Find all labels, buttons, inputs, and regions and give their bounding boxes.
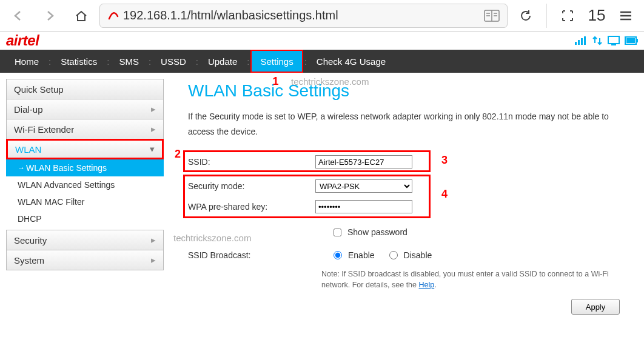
- reader-mode-icon[interactable]: [484, 10, 500, 22]
- row-ssid: SSID:: [188, 153, 455, 171]
- url-bar[interactable]: 192.168.1.1/html/wlanbasicsettings.html: [99, 4, 508, 28]
- svg-rect-10: [578, 40, 580, 45]
- radio-enable[interactable]: [334, 251, 342, 259]
- sidebar-sub-wlan-advanced[interactable]: WLAN Advanced Settings: [6, 176, 164, 193]
- label-disable: Disable: [404, 250, 432, 260]
- annotation-4: 4: [441, 188, 448, 201]
- annotation-1: 1: [272, 75, 278, 88]
- sidebar-item-quick-setup[interactable]: Quick Setup: [6, 79, 164, 99]
- chevron-right-icon: ▸: [151, 255, 156, 266]
- row-ssid-broadcast: SSID Broadcast: Enable Disable: [188, 244, 638, 267]
- chevron-right-icon: ▸: [151, 124, 156, 135]
- brand-bar: airtel: [0, 32, 644, 50]
- label-security-mode: Security mode:: [188, 181, 309, 191]
- select-security-mode[interactable]: WPA2-PSK: [315, 179, 412, 193]
- content-area: techtrickszone.com WLAN Basic Settings I…: [188, 79, 638, 315]
- chevron-right-icon: ▸: [151, 235, 156, 245]
- chevron-down-icon: ▾: [150, 144, 155, 155]
- url-text: 192.168.1.1/html/wlanbasicsettings.html: [123, 8, 480, 22]
- input-ssid[interactable]: [315, 155, 412, 169]
- sidebar: Quick Setup Dial-up ▸ Wi-Fi Extender ▸ W…: [6, 79, 164, 315]
- sidebar-sub-wlan-mac[interactable]: WLAN MAC Filter: [6, 193, 164, 210]
- svg-rect-16: [637, 39, 638, 42]
- home-button[interactable]: [68, 2, 95, 29]
- page-title: WLAN Basic Settings: [188, 81, 638, 101]
- annotation-3: 3: [441, 154, 448, 167]
- nav-statistics[interactable]: Statistics: [52, 50, 106, 73]
- monitor-icon: [608, 36, 620, 45]
- separator: [546, 4, 547, 28]
- signal-icon: [575, 36, 587, 45]
- radio-disable[interactable]: [389, 251, 398, 259]
- nav-home[interactable]: Home: [6, 50, 47, 73]
- label-ssid: SSID:: [188, 157, 309, 167]
- chevron-right-icon: ▸: [151, 104, 156, 115]
- label-wpa-psk: WPA pre-shared key:: [188, 202, 309, 212]
- sidebar-sub-dhcp[interactable]: DHCP: [6, 210, 164, 227]
- nav-update[interactable]: Update: [200, 50, 246, 73]
- screenshot-icon[interactable]: [554, 2, 581, 29]
- apply-button[interactable]: Apply: [571, 299, 620, 315]
- help-link[interactable]: Help: [419, 281, 435, 289]
- row-show-password: Show password: [188, 221, 638, 244]
- menu-button[interactable]: [612, 2, 639, 29]
- main-nav: Home: Statistics: SMS: USSD: Update: Set…: [0, 50, 644, 73]
- ssid-broadcast-note: Note: If SSID broadcast is disabled, you…: [188, 269, 638, 290]
- reload-button[interactable]: [512, 2, 539, 29]
- nav-check-4g[interactable]: Check 4G Usage: [308, 50, 394, 73]
- input-wpa-psk[interactable]: [315, 200, 412, 213]
- sidebar-item-wlan[interactable]: WLAN ▾: [6, 139, 164, 159]
- back-button[interactable]: [5, 2, 32, 29]
- row-security-mode: Security mode: WPA2-PSK: [188, 176, 455, 196]
- annotation-2: 2: [175, 148, 181, 161]
- checkbox-show-password[interactable]: [334, 229, 341, 236]
- battery-icon: [625, 36, 638, 45]
- sidebar-item-security[interactable]: Security ▸: [6, 230, 164, 250]
- svg-rect-11: [581, 38, 583, 45]
- label-enable: Enable: [348, 250, 375, 260]
- svg-rect-9: [575, 42, 577, 45]
- sidebar-sub-wlan-basic[interactable]: WLAN Basic Settings: [6, 159, 164, 176]
- wep-notice: If the Security mode is set to WEP, a wi…: [188, 109, 638, 139]
- svg-rect-12: [584, 36, 586, 45]
- label-show-password: Show password: [347, 227, 408, 237]
- row-wpa-psk: WPA pre-shared key:: [188, 196, 455, 217]
- label-ssid-broadcast: SSID Broadcast:: [188, 250, 309, 260]
- airtel-favicon-icon: [107, 10, 119, 22]
- nav-settings[interactable]: Settings 1: [250, 50, 303, 73]
- sidebar-item-wifi-extender[interactable]: Wi-Fi Extender ▸: [6, 119, 164, 139]
- status-icons: [575, 36, 638, 45]
- nav-ussd[interactable]: USSD: [152, 50, 195, 73]
- sidebar-item-dial-up[interactable]: Dial-up ▸: [6, 99, 164, 119]
- svg-rect-17: [626, 38, 635, 43]
- page-body: Quick Setup Dial-up ▸ Wi-Fi Extender ▸ W…: [0, 73, 644, 315]
- brand-logo: airtel: [6, 32, 39, 49]
- browser-chrome: 192.168.1.1/html/wlanbasicsettings.html …: [0, 0, 644, 32]
- tab-count[interactable]: 15: [586, 6, 608, 25]
- forward-button[interactable]: [36, 2, 63, 29]
- svg-rect-13: [608, 36, 619, 44]
- sidebar-item-system[interactable]: System ▸: [6, 250, 164, 270]
- nav-sms[interactable]: SMS: [110, 50, 147, 73]
- sidebar-wlan-submenu: WLAN Basic Settings WLAN Advanced Settin…: [6, 159, 164, 230]
- updown-icon: [592, 36, 603, 45]
